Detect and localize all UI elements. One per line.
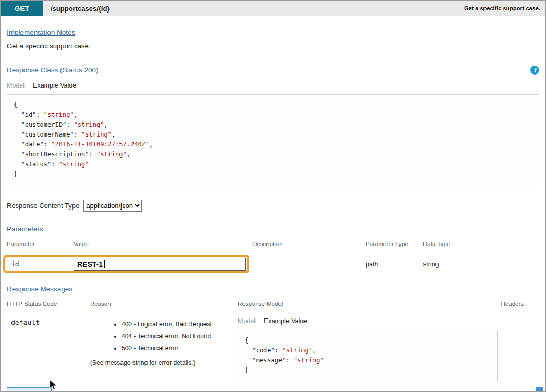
code-line: "status": "string" bbox=[14, 160, 532, 169]
response-status: default bbox=[7, 311, 90, 326]
scrollbar-thumb[interactable] bbox=[536, 387, 543, 391]
operation-content: Implementation Notes Get a specific supp… bbox=[1, 16, 545, 392]
parameter-type: path bbox=[366, 261, 423, 268]
operation-header[interactable]: GET /supportcases/{id} Get a specific su… bbox=[1, 1, 545, 16]
parameter-name: id bbox=[7, 260, 74, 268]
col-data-type: Data Type bbox=[423, 241, 539, 247]
col-description: Description bbox=[252, 241, 366, 247]
response-class-row: Response Class (Status 200) i bbox=[7, 66, 539, 75]
code-line: { bbox=[245, 336, 491, 346]
implementation-notes-text: Get a specific support case. bbox=[7, 42, 539, 50]
operation-summary: Get a specific support case. bbox=[464, 5, 540, 11]
code-line: } bbox=[245, 365, 491, 375]
response-content-type-select[interactable]: application/json bbox=[83, 200, 142, 212]
parameters-table-header: Parameter Value Description Parameter Ty… bbox=[7, 241, 539, 251]
code-line: "customerID": "string", bbox=[14, 120, 532, 130]
tab-model[interactable]: Model bbox=[7, 82, 25, 89]
col-parameter-type: Parameter Type bbox=[366, 241, 423, 247]
reason-item: 500 - Technical error bbox=[122, 345, 238, 352]
parameter-row: id path string bbox=[7, 251, 539, 277]
response-messages-heading[interactable]: Response Messages bbox=[7, 285, 72, 293]
method-get-button[interactable]: GET bbox=[1, 1, 43, 16]
col-parameter: Parameter bbox=[7, 241, 74, 247]
tab-model[interactable]: Model bbox=[238, 317, 256, 325]
swagger-operation-panel: GET /supportcases/{id} Get a specific su… bbox=[0, 0, 546, 392]
response-model-cell: Model Example Value { "code": "string", … bbox=[238, 311, 499, 381]
reason-item: 404 - Technical error, Not Found bbox=[122, 333, 238, 340]
response-example-code: { "id": "string", "customerID": "string"… bbox=[7, 94, 539, 185]
code-line: } bbox=[14, 169, 532, 179]
tab-example-value[interactable]: Example Value bbox=[264, 317, 307, 325]
try-it-out-button[interactable]: Try it out! bbox=[7, 387, 52, 392]
response-content-type-row: Response Content Type application/json bbox=[7, 200, 539, 212]
col-reason: Reason bbox=[90, 301, 238, 307]
reason-list: 400 - Logical error, Bad Request404 - Te… bbox=[90, 321, 238, 352]
response-message-row: default 400 - Logical error, Bad Request… bbox=[7, 311, 539, 381]
parameters-heading[interactable]: Parameters bbox=[7, 225, 43, 233]
code-line: "shortDescription": "string", bbox=[14, 150, 532, 160]
response-class-tabs: Model Example Value bbox=[7, 82, 539, 89]
code-line: "message": "string" bbox=[245, 356, 491, 365]
response-messages-table-header: HTTP Status Code Reason Response Model H… bbox=[7, 301, 539, 311]
info-icon[interactable]: i bbox=[530, 66, 539, 75]
col-response-model: Response Model bbox=[238, 301, 499, 307]
response-reason-cell: 400 - Logical error, Bad Request404 - Te… bbox=[90, 311, 238, 366]
parameter-value-cell bbox=[74, 258, 252, 271]
col-headers: Headers bbox=[499, 301, 539, 307]
implementation-notes-heading[interactable]: Implementation Notes bbox=[7, 29, 75, 36]
code-line: "customerName": "string", bbox=[14, 130, 532, 140]
code-line: "date": "2016-11-10T09:27:57.240Z", bbox=[14, 140, 532, 150]
col-value: Value bbox=[74, 241, 252, 247]
error-example-code: { "code": "string", "message": "string"} bbox=[238, 330, 498, 381]
code-line: "code": "string", bbox=[245, 346, 491, 356]
response-model-tabs: Model Example Value bbox=[238, 317, 499, 325]
parameter-data-type: string bbox=[423, 261, 539, 268]
response-content-type-label: Response Content Type bbox=[7, 202, 79, 210]
col-http-status-code: HTTP Status Code bbox=[7, 301, 90, 307]
code-line: { bbox=[14, 100, 532, 110]
response-class-heading[interactable]: Response Class (Status 200) bbox=[7, 66, 99, 74]
code-line: "id": "string", bbox=[14, 110, 532, 120]
reason-item: 400 - Logical error, Bad Request bbox=[122, 321, 238, 328]
tab-example-value[interactable]: Example Value bbox=[33, 82, 76, 89]
operation-path[interactable]: /supportcases/{id} bbox=[51, 5, 110, 13]
parameter-value-input[interactable] bbox=[74, 258, 246, 271]
reason-note: (See message string for error details.) bbox=[90, 359, 238, 366]
